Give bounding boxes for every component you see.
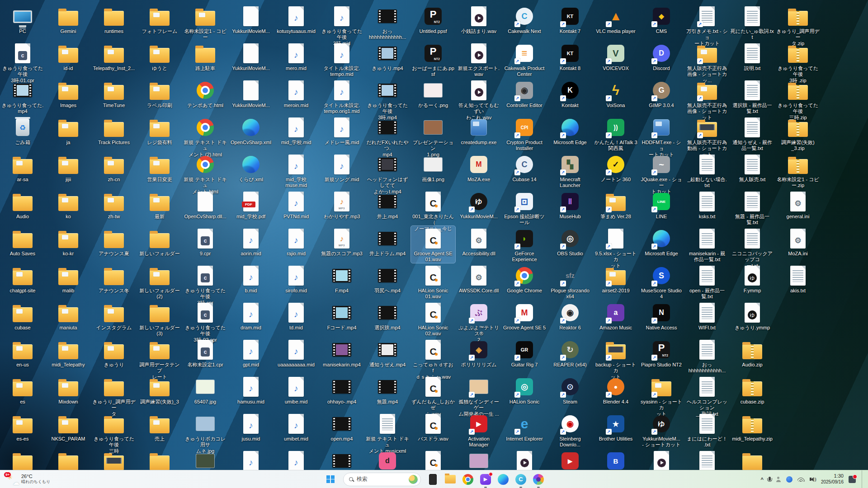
desktop-icon-r13-c17[interactable]: [730, 448, 774, 473]
desktop-icon-r2-c16[interactable]: ↗無人販売不正行為 画像 - ショートカッ...: [685, 41, 729, 84]
desktop-icon-r8-c12[interactable]: ↗Google Chrome: [502, 263, 547, 294]
desktop-icon-r11-c7[interactable]: ♪umibe.mid: [274, 374, 318, 405]
desktop-icon-r11-c6[interactable]: ♪hamusu.mid: [229, 374, 273, 405]
desktop-icon-r4-c1[interactable]: ♻ごみ箱: [0, 115, 45, 145]
desktop-icon-r10-c6[interactable]: ♪gpt.mid: [229, 337, 273, 368]
desktop-icon-r12-c4[interactable]: 売上: [137, 411, 182, 442]
desktop-icon-r13-c7[interactable]: ♪: [274, 448, 318, 473]
desktop-icon-r8-c18[interactable]: akis.txt: [776, 263, 820, 294]
desktop-icon-r9-c1[interactable]: cubase: [0, 300, 45, 331]
desktop-icon-r7-c15[interactable]: ↗Microsoft Edge: [639, 226, 684, 257]
desktop-icon-r4-c3[interactable]: Track Pictures: [92, 115, 136, 145]
desktop-icon-r3-c1[interactable]: きゅうり食ってた.mp4: [0, 78, 45, 115]
desktop-icon-r9-c7[interactable]: ♪td.mid: [274, 300, 318, 331]
desktop-icon-r5-c13[interactable]: ▚↗Minecraft Launcher: [548, 152, 592, 189]
desktop-icon-r6-c1[interactable]: Audio: [0, 189, 45, 220]
desktop-icon-r10-c10[interactable]: Cこってゅｈｄすおｆ ｄｓｂふぉ.wav: [411, 337, 455, 380]
desktop-icon-r1-c9[interactable]: おっ hhhhhhhhhhhh...: [365, 4, 410, 41]
wifi-icon[interactable]: [797, 477, 805, 482]
desktop-icon-r11-c3[interactable]: きゅうり_調声用デー タ: [92, 374, 136, 417]
desktop-icon-r7-c3[interactable]: アナウンス夏: [92, 226, 136, 257]
desktop-icon-r10-c9[interactable]: 通知うぜえ.mp4: [365, 337, 410, 368]
desktop-icon-r6-c16[interactable]: ksks.txt: [685, 189, 729, 220]
messenger-tray-icon[interactable]: [786, 476, 793, 483]
desktop-icon-r5-c10[interactable]: 画像1.png: [411, 152, 455, 183]
desktop-icon-r6-c12[interactable]: ⊡↗Epson 接続診断ツ ール: [502, 189, 547, 226]
desktop-icon-r11-c16[interactable]: ヘルスコンプレッション __歌詞.txt: [685, 374, 729, 417]
desktop-icon-r4-c8[interactable]: ♪メドレー風.mid: [320, 115, 364, 145]
desktop-icon-r12-c16[interactable]: まにはにわーど！ .txt: [685, 411, 729, 448]
desktop-icon-r1-c7[interactable]: ♪kotusytuaaus.mid: [274, 4, 318, 34]
desktop-icon-r4-c4[interactable]: レジ袋有料: [137, 115, 182, 145]
desktop-icon-r9-c15[interactable]: N↗Native Access: [639, 300, 684, 331]
desktop-icon-r8-c3[interactable]: アナウンス冬: [92, 263, 136, 294]
desktop-icon-r13-c3[interactable]: [92, 448, 136, 473]
desktop-icon-r10-c1[interactable]: en-us: [0, 337, 45, 368]
desktop-icon-r4-c18[interactable]: 調声練習(失敗) _3.zip: [776, 115, 820, 152]
desktop-icon-r7-c12[interactable]: ◗↗GeForce Experience: [502, 226, 547, 263]
desktop-icon-r6-c18[interactable]: ⚙general.ini: [776, 189, 820, 220]
desktop-icon-r2-c6[interactable]: YukkuriMovieM...: [229, 41, 273, 71]
desktop-icon-r5-c17[interactable]: 無人販売.txt: [730, 152, 774, 183]
desktop-icon-r2-c4[interactable]: ゆうと: [137, 41, 182, 71]
desktop-icon-r5-c11[interactable]: MMoZA.exe: [457, 152, 501, 183]
desktop-icon-r12-c12[interactable]: e↗Internet Explorer: [502, 411, 547, 442]
desktop-icon-r10-c15[interactable]: PNT2↗Piapro Studio NT2: [639, 337, 684, 368]
desktop-icon-r12-c8[interactable]: open.mp4: [320, 411, 364, 442]
desktop-icon-r13-c8[interactable]: [320, 448, 364, 473]
desktop-icon-r8-c6[interactable]: ♪b.mid: [229, 263, 273, 294]
desktop-icon-r1-c14[interactable]: ▲↗VLC media player: [594, 4, 638, 34]
desktop-icon-r11-c12[interactable]: ◎↗HALion Sonic: [502, 374, 547, 405]
desktop-icon-r5-c15[interactable]: ~↗JQuake.exe - ショー トカット: [639, 152, 684, 195]
desktop-icon-r3-c18[interactable]: きゅうり食ってた午後 三時.zip: [776, 78, 820, 121]
desktop-icon-r7-c9[interactable]: 井上ドラム.mp4: [365, 226, 410, 257]
desktop-icon-r1-c5[interactable]: 名称未設定1 - コピ ー: [183, 4, 227, 41]
desktop-icon-r8-c16[interactable]: open - 親作品一 覧.txt: [685, 263, 729, 300]
desktop-icon-r3-c14[interactable]: ϟ↗VoiSona: [594, 78, 638, 108]
desktop-icon-r4-c5[interactable]: 新規 テキスト ドキュ メント (2).html: [183, 115, 227, 158]
desktop-icon-r11-c10[interactable]: Cずんだもん_しおかぜ ふ.wav: [411, 374, 455, 417]
desktop-icon-r4-c12[interactable]: CPI↗Crypton Product Installer: [502, 115, 547, 152]
desktop-icon-r13-c11[interactable]: [457, 448, 501, 473]
desktop-icon-r12-c6[interactable]: ♪jusu.mid: [229, 411, 273, 442]
desktop-icon-r5-c9[interactable]: ヘッドフォンはずしてて よかっt.mp4: [365, 152, 410, 195]
desktop-icon-r10-c8[interactable]: manisekarin.mp4: [320, 337, 364, 368]
desktop-icon-r4-c16[interactable]: ↗無人販売不正行為 動画 - ショートカット: [685, 115, 729, 158]
desktop-icon-r2-c10[interactable]: PNT2おーばーまにあ.ppsf: [411, 41, 455, 78]
desktop-icon-r5-c16[interactable]: _起動しない場合. txt: [685, 152, 729, 189]
desktop-icon-r9-c13[interactable]: ◉↗Reaktor 6: [548, 300, 592, 331]
desktop-icon-r13-c13[interactable]: ▶: [548, 448, 592, 473]
desktop-icon-r5-c18[interactable]: 名称未設定1 - コピ ー.zip: [776, 152, 820, 189]
desktop-icon-r7-c14[interactable]: ↗9.5.xlsx - ショートカ ット: [594, 226, 638, 269]
desktop-icon-r13-c2[interactable]: [46, 448, 90, 473]
desktop-icon-r5-c8[interactable]: ♪新規ソング.mid: [320, 152, 364, 183]
weather-widget[interactable]: ☀☁ 9+ 26°C 晴れのちくもり: [3, 470, 54, 488]
desktop-icon-r9-c14[interactable]: a↗Amazon Music: [594, 300, 638, 331]
taskbar-app-file-explorer[interactable]: [444, 474, 456, 485]
desktop-icon-r8-c5[interactable]: cきゅうり食ってた午後 3時.cpr: [183, 263, 227, 306]
desktop-icon-r9-c4[interactable]: 新しいフォルダー (3): [137, 300, 182, 337]
desktop-icon-r1-c13[interactable]: KT↗Kontakt 7: [548, 4, 592, 34]
desktop-icon-r6-c15[interactable]: LINE↗LINE: [639, 189, 684, 220]
desktop-icon-r2-c11[interactable]: 新規エクスポート. wav: [457, 41, 501, 78]
desktop-icon-r11-c5[interactable]: 65407.jpg: [183, 374, 227, 405]
desktop-icon-r7-c6[interactable]: ♪aorin.mid: [229, 226, 273, 257]
desktop-icon-r1-c1[interactable]: PC: [0, 4, 45, 34]
desktop-icon-r5-c2[interactable]: jijii: [46, 152, 90, 183]
desktop-icon-r9-c10[interactable]: CHALion Sonic 02.wav: [411, 300, 455, 337]
desktop-icon-r3-c9[interactable]: きゅうり食ってた午後 3時.mp4: [365, 78, 410, 121]
hidden-icons-chevron[interactable]: ^: [761, 477, 764, 482]
desktop-icon-r6-c7[interactable]: ♪PVTNd.mid: [274, 189, 318, 220]
desktop-icon-r5-c14[interactable]: ✓↗ノートン 360: [594, 152, 638, 183]
desktop-icon-r1-c16[interactable]: ↗万引きメモ.txt - ショ ートカット: [685, 4, 729, 47]
desktop-icon-r1-c11[interactable]: 小銭詰まり.wav: [457, 4, 501, 34]
desktop-icon-r9-c16[interactable]: WIFI.txt: [685, 300, 729, 331]
desktop-icon-r5-c5[interactable]: 新規 テキスト ドキュ メント.html: [183, 152, 227, 195]
desktop-icon-r4-c11[interactable]: createdump.exe: [457, 115, 501, 145]
desktop-icon-r9-c17[interactable]: ゆきゅうり.ymmp: [730, 300, 774, 331]
desktop-icon-r3-c11[interactable]: 答え知っててもむずい わこれ.wav: [457, 78, 501, 121]
desktop-icon-r6-c8[interactable]: ♪MP3わかりやす.mp3: [320, 189, 364, 220]
desktop-icon-r3-c8[interactable]: ♪タイトル未設定. tempo.orig1.mid: [320, 78, 364, 115]
desktop-icon-r3-c4[interactable]: ラベル印刷: [137, 78, 182, 108]
desktop-icon-r7-c5[interactable]: c9.cpr: [183, 226, 227, 257]
